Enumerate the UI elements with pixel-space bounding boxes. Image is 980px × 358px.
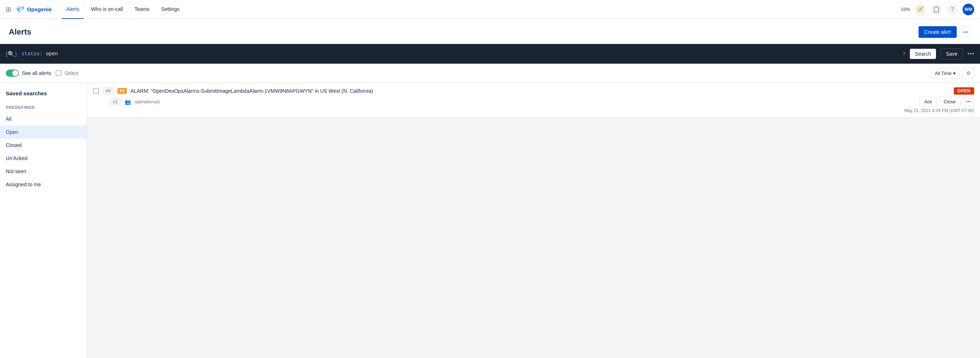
- brand-logo-link[interactable]: 💎 Opsgenie: [16, 5, 52, 14]
- sidebar-item-not-seen[interactable]: Not seen: [0, 165, 87, 178]
- alert-priority-badge: P3: [118, 88, 127, 94]
- sidebar-item-open[interactable]: Open: [0, 126, 87, 139]
- ack-button[interactable]: Ack: [919, 97, 937, 107]
- team-icon: 👥: [125, 99, 131, 105]
- create-alert-button[interactable]: Create alert: [919, 26, 957, 38]
- page-title: Alerts: [9, 27, 31, 37]
- filter-bar: See all alerts Select All Time ▾ ⚙: [0, 64, 980, 83]
- search-query-icon: {🔍}: [6, 51, 17, 58]
- opsgenie-logo-icon: 💎: [16, 5, 25, 14]
- nav-item-teams[interactable]: Teams: [130, 0, 154, 19]
- time-filter-label: All Time: [935, 70, 951, 76]
- sidebar-item-closed[interactable]: Closed: [0, 139, 87, 152]
- select-all-checkbox[interactable]: [56, 70, 61, 76]
- saved-searches-title: Saved searches: [0, 89, 87, 102]
- select-label: Select: [64, 70, 78, 76]
- header-more-button[interactable]: •••: [959, 26, 971, 38]
- alert-title: ALARM: "OpenDevOpsAlarms-SubmitImageLamb…: [130, 88, 950, 94]
- alert-timestamp: May 21, 2021 4:29 PM (GMT-07:00): [108, 108, 974, 113]
- alert-count-badge: x1: [110, 98, 121, 105]
- filter-settings-icon-btn[interactable]: ⚙: [963, 67, 974, 79]
- top-navigation: ⊞ 💎 Opsgenie Alerts Who is on-call Teams…: [0, 0, 980, 19]
- help-icon-btn[interactable]: ?: [947, 4, 958, 15]
- page-header: Alerts Create alert •••: [0, 19, 980, 44]
- close-button[interactable]: Close: [939, 97, 960, 107]
- search-bar: {🔍} status: open ? Search Save •••: [0, 44, 980, 64]
- percent-badge: 33%: [901, 6, 910, 12]
- toggle-switch[interactable]: [6, 69, 19, 77]
- time-filter-chevron-icon: ▾: [953, 70, 956, 76]
- sidebar-item-unacked[interactable]: Un'Acked: [0, 152, 87, 165]
- alert-team-name: opendevops: [135, 99, 160, 104]
- search-button[interactable]: Search: [910, 49, 936, 59]
- alert-more-button[interactable]: •••: [963, 97, 974, 107]
- alert-number: #9: [102, 87, 114, 94]
- nav-item-alerts[interactable]: Alerts: [62, 0, 84, 19]
- toggle-label: See all alerts: [22, 70, 51, 76]
- nav-item-who-is-on-call[interactable]: Who is on-call: [86, 0, 127, 19]
- table-row: #9 P3 ALARM: "OpenDevOpsAlarms-SubmitIma…: [87, 83, 980, 118]
- time-filter-dropdown[interactable]: All Time ▾: [931, 68, 959, 78]
- nav-item-settings[interactable]: Settings: [157, 0, 184, 19]
- select-checkbox-area[interactable]: Select: [56, 70, 78, 76]
- search-help-button[interactable]: ?: [902, 51, 905, 57]
- sidebar: Saved searches PREDEFINED All Open Close…: [0, 83, 87, 358]
- clipboard-icon-btn[interactable]: 📋: [931, 4, 942, 15]
- user-avatar[interactable]: WM: [963, 4, 974, 15]
- sidebar-item-assigned-to-me[interactable]: Assigned to me: [0, 178, 87, 191]
- alert-checkbox[interactable]: [93, 88, 99, 94]
- see-all-alerts-toggle[interactable]: See all alerts: [6, 69, 51, 77]
- search-more-button[interactable]: •••: [967, 50, 974, 58]
- brand-name: Opsgenie: [27, 6, 52, 12]
- alerts-list: #9 P3 ALARM: "OpenDevOpsAlarms-SubmitIma…: [87, 83, 980, 358]
- sidebar-item-all[interactable]: All: [0, 112, 87, 126]
- search-query-input[interactable]: status: open: [21, 51, 898, 57]
- grid-icon[interactable]: ⊞: [6, 5, 11, 13]
- predefined-section-label: PREDEFINED: [0, 102, 87, 112]
- content-area: Saved searches PREDEFINED All Open Close…: [0, 83, 980, 358]
- save-search-button[interactable]: Save: [940, 48, 963, 59]
- alert-status-badge: OPEN: [954, 87, 974, 94]
- compass-icon-btn[interactable]: 🧭: [915, 4, 926, 15]
